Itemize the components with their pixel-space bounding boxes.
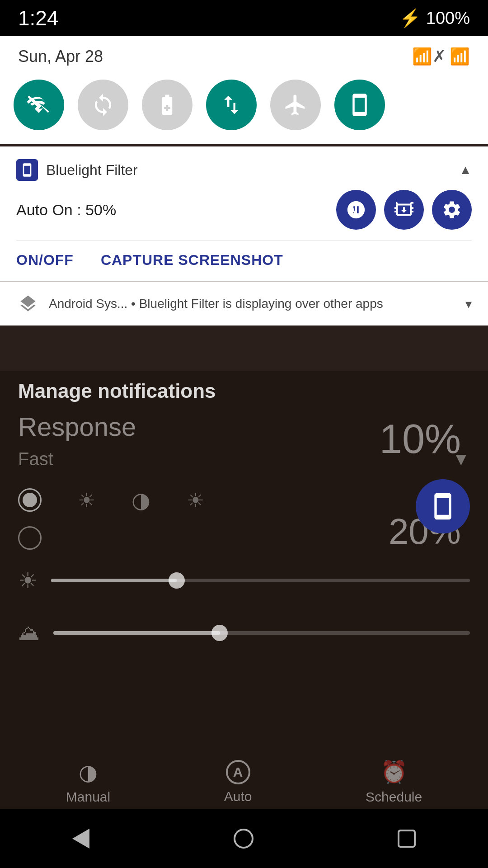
android-notif-message: Bluelight Filter is displaying over othe… <box>139 297 383 311</box>
brightness-icon-1: ☀ <box>78 489 95 512</box>
chevron-up-icon[interactable]: ▲ <box>459 163 472 177</box>
svg-text:A: A <box>350 206 356 215</box>
tab-manual-label: Manual <box>66 789 110 805</box>
toggle-airplane[interactable] <box>270 80 321 130</box>
bluelight-notification-card: Bluelight Filter ▲ Auto On : 50% A <box>0 146 488 282</box>
chevron-down-icon: ▾ <box>465 297 472 311</box>
percent-10: 10% <box>380 416 461 462</box>
phone-filter-icon <box>347 93 372 117</box>
android-notif-text: Android Sys... • Bluelight Filter is dis… <box>49 297 456 311</box>
brightness-icon-2: ☀ <box>187 489 204 512</box>
nav-bar <box>0 809 488 868</box>
nav-back-button[interactable] <box>72 829 89 849</box>
manual-icon: ◑ <box>79 760 98 785</box>
quick-date: Sun, Apr 28 <box>18 47 103 66</box>
quick-toggles <box>0 75 488 144</box>
color-slider-track[interactable] <box>53 631 470 635</box>
android-layers-icon <box>16 292 40 316</box>
nav-recent-button[interactable] <box>398 830 416 848</box>
tab-manual[interactable]: ◑ Manual <box>66 760 110 805</box>
tab-schedule[interactable]: ⏰ Schedule <box>366 760 422 805</box>
battery-percent: 100% <box>426 9 470 28</box>
home-circle-icon <box>234 829 253 849</box>
airplane-icon <box>283 93 308 117</box>
sun-slider-icon: ☀ <box>18 568 38 593</box>
screenshot-icon <box>394 199 414 220</box>
sync-icon <box>91 93 115 117</box>
color-slider-row: ⛰ <box>18 616 470 650</box>
notif-app-info: Bluelight Filter <box>16 159 138 181</box>
phone-icon <box>20 163 34 177</box>
tab-schedule-label: Schedule <box>366 789 422 805</box>
notif-card-header: Bluelight Filter ▲ <box>16 159 472 181</box>
auto-icon: A <box>346 199 366 220</box>
schedule-icon: ⏰ <box>380 760 408 785</box>
brightness-slider-track[interactable] <box>51 579 470 582</box>
data-transfer-icon <box>219 93 244 117</box>
notif-app-name: Bluelight Filter <box>46 162 138 179</box>
quick-header: Sun, Apr 28 📶✗ 📶 <box>0 36 488 75</box>
battery-plus-icon <box>155 93 179 117</box>
signal-icons: 📶✗ 📶 <box>412 47 470 66</box>
radio-inner <box>23 493 37 507</box>
auto-brightness-button[interactable]: A <box>336 190 376 230</box>
brightness-slider-fill <box>51 579 177 582</box>
toggle-data[interactable] <box>206 80 257 130</box>
notif-action-icons: A <box>336 190 472 230</box>
fast-text: Fast <box>18 449 53 469</box>
settings-button[interactable] <box>432 190 472 230</box>
tab-auto[interactable]: A Auto <box>224 760 252 804</box>
mountain-icon: ⛰ <box>18 620 40 645</box>
status-time: 1:24 <box>18 6 59 30</box>
toggle-battery-saver[interactable] <box>142 80 192 130</box>
contrast-icon: ◑ <box>131 487 150 513</box>
bluelight-app-icon <box>16 159 38 181</box>
brightness-slider-thumb <box>169 572 185 589</box>
notif-buttons: ON/OFF CAPTURE SCREENSHOT <box>16 241 472 269</box>
capture-screenshot-icon-button[interactable] <box>384 190 424 230</box>
android-system-notification[interactable]: Android Sys... • Bluelight Filter is dis… <box>0 282 488 326</box>
radio-unselected <box>18 526 42 550</box>
gear-icon <box>441 199 462 220</box>
manage-notifications-label: Manage notifications <box>18 380 470 402</box>
toggle-wifi[interactable] <box>14 80 64 130</box>
recent-square-icon <box>398 830 416 848</box>
on-off-button[interactable]: ON/OFF <box>16 252 74 269</box>
wifi-signal-icon: 📶✗ <box>412 47 446 66</box>
floating-action-button[interactable] <box>416 479 470 533</box>
status-bar: 1:24 ⚡ 100% <box>0 0 488 36</box>
notif-separator: • <box>131 297 139 311</box>
radio-selected <box>18 488 42 512</box>
nav-home-button[interactable] <box>234 829 253 849</box>
notif-auto-text: Auto On : 50% <box>16 201 116 219</box>
battery-icon: ⚡ <box>399 8 421 28</box>
color-slider-thumb <box>211 625 228 641</box>
toggle-sync[interactable] <box>78 80 128 130</box>
tab-auto-label: Auto <box>224 789 252 804</box>
back-arrow-icon <box>72 829 89 849</box>
cell-signal-icon: 📶 <box>450 47 470 66</box>
phone-filter-fab-icon <box>428 492 457 521</box>
toggle-bluelight[interactable] <box>334 80 385 130</box>
android-app-name: Android Sys... <box>49 297 127 311</box>
bottom-tabs: ◑ Manual A Auto ⏰ Schedule <box>0 760 488 805</box>
wifi-off-icon <box>27 93 51 117</box>
notif-content: Auto On : 50% A <box>16 190 472 230</box>
auto-icon: A <box>226 760 250 784</box>
status-right: ⚡ 100% <box>399 8 470 28</box>
brightness-slider-row: ☀ <box>18 563 470 598</box>
capture-screenshot-button[interactable]: CAPTURE SCREENSHOT <box>101 252 283 269</box>
color-slider-fill <box>53 631 220 635</box>
